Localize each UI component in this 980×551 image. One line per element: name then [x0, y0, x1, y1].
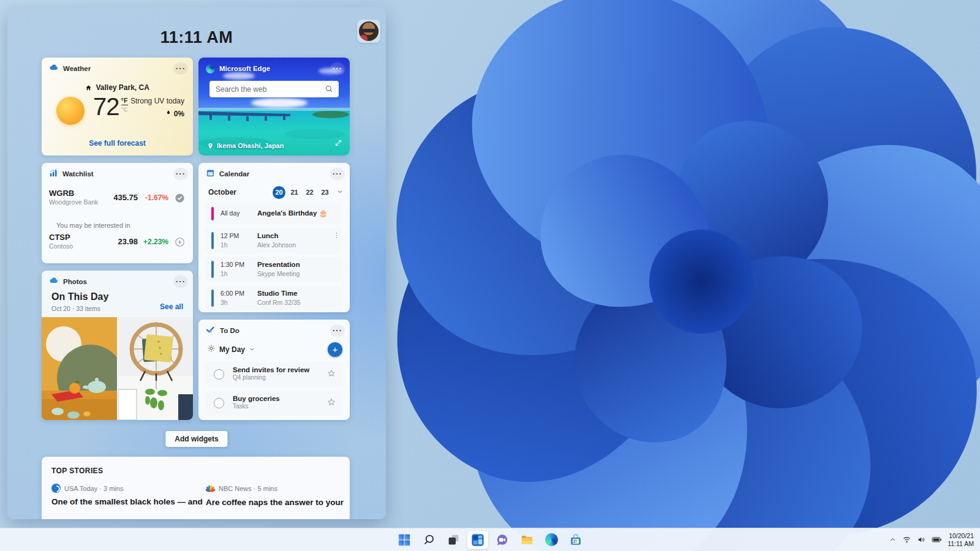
photo-thumbnail-chair[interactable]	[118, 317, 194, 420]
stock-row-wgrb[interactable]: WGRB Woodgrove Bank 435.75 -1.67%	[49, 189, 186, 209]
taskbar-file-explorer-button[interactable]	[516, 531, 537, 549]
unit-toggle[interactable]: °F °C	[121, 97, 128, 121]
photos-more-button[interactable]: ···	[173, 276, 188, 288]
event-presentation[interactable]: 1:30 PM 1h Presentation Skype Meeting	[206, 257, 342, 282]
task-complete-circle[interactable]	[214, 398, 224, 408]
avatar	[359, 21, 379, 41]
edge-logo-icon	[206, 64, 215, 73]
add-widgets-button[interactable]: Add widgets	[165, 431, 227, 447]
event-color-bar	[211, 232, 214, 249]
date-pill-23[interactable]: 23	[318, 186, 331, 199]
top-stories-heading: TOP STORIES	[51, 467, 103, 475]
photos-title: Photos	[63, 278, 87, 285]
weather-location: Valley Park, CA	[42, 83, 193, 92]
article-nbc-news[interactable]: NBC News · 5 mins Are coffee naps the an…	[206, 484, 347, 507]
edge-more-button[interactable]: ···	[330, 62, 345, 75]
on-this-day-heading: On This Day	[51, 291, 108, 302]
photo-caption: Ikema Ohashi, Japan	[207, 142, 284, 149]
watchlist-chart-icon	[49, 168, 58, 180]
see-full-forecast-link[interactable]: See full forecast	[89, 139, 146, 148]
taskbar-start-button[interactable]	[394, 531, 415, 549]
volume-icon[interactable]	[917, 535, 926, 544]
taskbar-widgets-button[interactable]	[467, 531, 488, 549]
battery-icon[interactable]	[932, 535, 942, 544]
watchlist-widget: Watchlist ··· WGRB Woodgrove Bank 435.75…	[42, 163, 193, 263]
weather-more-button[interactable]: ···	[173, 62, 188, 75]
date-pill-22[interactable]: 22	[303, 186, 316, 199]
event-color-bar	[211, 290, 214, 307]
tray-clock[interactable]: 10/20/21 11:11 AM	[948, 532, 974, 548]
tray-date: 10/20/21	[948, 532, 974, 540]
taskbar-search-button[interactable]	[418, 531, 439, 549]
weather-cloud-icon	[49, 62, 59, 75]
top-stories-card: TOP STORIES USA Today · 3 mins One of th…	[42, 457, 350, 519]
photos-subheading: Oct 20 · 33 items	[51, 305, 100, 312]
map-pin-icon	[207, 143, 214, 149]
wallpaper-bloom	[392, 0, 980, 551]
expand-icon[interactable]	[334, 138, 342, 149]
todo-title: To Do	[220, 327, 239, 334]
tray-time: 11:11 AM	[948, 540, 974, 548]
star-icon[interactable]	[326, 397, 336, 410]
watchlist-more-button[interactable]: ···	[173, 168, 188, 180]
event-lunch[interactable]: 12 PM 1h Lunch Alex Johnson ⋮	[206, 228, 342, 253]
chevron-down-icon[interactable]	[336, 187, 344, 198]
web-search-input[interactable]	[209, 81, 339, 97]
event-color-bar	[211, 261, 214, 278]
weather-widget: Weather ··· Valley Park, CA 72 °F °C Str…	[42, 58, 193, 156]
event-birthday[interactable]: All day Angela's Birthday 🎂	[206, 203, 342, 224]
folder-icon	[520, 533, 533, 547]
weather-title: Weather	[63, 65, 91, 72]
my-day-selector[interactable]: My Day	[219, 345, 245, 354]
see-all-link[interactable]: See all	[160, 302, 183, 311]
widgets-icon	[471, 533, 484, 547]
taskbar: 10/20/21 11:11 AM	[0, 528, 980, 551]
panel-clock: 11:11 AM	[7, 28, 386, 47]
droplet-icon	[165, 109, 172, 116]
star-icon[interactable]	[326, 369, 336, 381]
search-icon	[423, 533, 435, 546]
edge-icon	[545, 533, 558, 546]
calendar-more-button[interactable]: ···	[330, 168, 345, 180]
add-circle-icon[interactable]	[174, 236, 186, 250]
taskbar-chat-button[interactable]	[492, 531, 513, 549]
taskbar-edge-button[interactable]	[541, 531, 562, 549]
taskbar-store-button[interactable]	[565, 531, 586, 549]
profile-button[interactable]	[357, 20, 380, 43]
kebab-menu-icon[interactable]: ⋮	[333, 233, 340, 237]
date-pill-20[interactable]: 20	[273, 186, 285, 199]
event-studio-time[interactable]: 6:00 PM 3h Studio Time Conf Rm 32/35	[206, 286, 342, 310]
task-complete-circle[interactable]	[214, 369, 224, 380]
sun-icon	[56, 97, 85, 125]
check-circle-icon[interactable]	[174, 192, 186, 206]
taskbar-task-view-button[interactable]	[443, 531, 464, 549]
my-day-sun-icon	[207, 344, 216, 355]
chevron-down-icon[interactable]	[249, 344, 255, 355]
photo-thumbnail-still-life[interactable]	[42, 317, 117, 420]
widgets-panel: 11:11 AM Weather ··· Valley Park, CA 72 …	[7, 7, 386, 519]
article-usa-today[interactable]: USA Today · 3 mins One of the smallest b…	[51, 484, 192, 506]
home-icon	[85, 84, 92, 91]
watchlist-suggestion-label: You may be interested in	[56, 222, 130, 229]
chat-icon	[496, 533, 509, 547]
todo-more-button[interactable]: ···	[330, 324, 345, 337]
search-icon	[325, 84, 333, 96]
windows-start-icon	[398, 533, 411, 547]
photos-cloud-icon	[49, 276, 59, 288]
tray-chevron-up-icon[interactable]	[889, 536, 897, 544]
task-buy-groceries[interactable]: Buy groceries Tasks	[206, 391, 342, 416]
calendar-title: Calendar	[219, 170, 249, 178]
stock-row-ctsp[interactable]: CTSP Contoso 23.98 +2.23%	[49, 233, 186, 253]
edge-title: Microsoft Edge	[219, 65, 270, 72]
nbc-news-icon	[206, 484, 215, 493]
temperature: 72 °F °C	[93, 93, 128, 121]
photos-widget: Photos ··· On This Day Oct 20 · 33 items…	[42, 271, 193, 420]
calendar-month: October	[208, 188, 236, 197]
add-task-button[interactable]: +	[328, 342, 342, 357]
event-color-bar	[211, 207, 214, 220]
wifi-icon[interactable]	[902, 535, 911, 544]
date-pill-21[interactable]: 21	[288, 186, 301, 199]
todo-check-icon	[206, 324, 216, 337]
edge-widget: Microsoft Edge ··· Ikema Ohashi, Japan	[198, 58, 350, 156]
task-send-invites[interactable]: Send invites for review Q4 planning	[206, 362, 342, 387]
